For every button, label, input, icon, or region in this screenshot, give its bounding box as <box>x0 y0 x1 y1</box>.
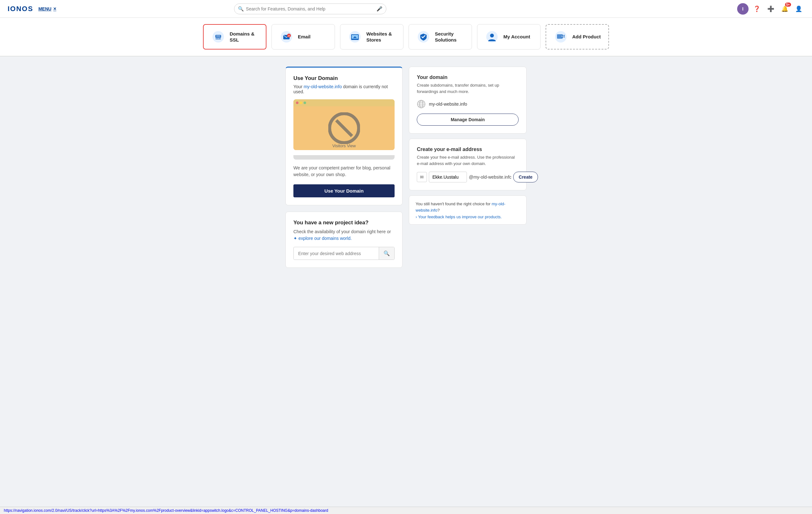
svg-rect-2 <box>216 35 221 36</box>
feedback-text: You still haven't found the right choice… <box>415 201 520 213</box>
nav-card-security[interactable]: Security Solutions <box>409 24 472 50</box>
globe-icon <box>417 99 426 109</box>
notifications-button[interactable]: 🔔 5+ <box>779 3 790 15</box>
visitors-label: Visitors View <box>332 143 356 148</box>
your-domain-title: Your domain <box>417 75 519 80</box>
project-idea-description: Check the availability of your domain ri… <box>293 228 395 242</box>
avatar[interactable]: I <box>737 3 749 15</box>
project-idea-title: You have a new project idea? <box>293 220 395 226</box>
header: IONOS MENU × 🔍 🎤 I ❓ ➕ 🔔 5+ 👤 <box>0 0 812 18</box>
create-email-title: Create your e-mail address <box>417 147 519 152</box>
use-domain-subtitle: Your my-old-website.info domain is curre… <box>293 84 395 94</box>
mic-icon[interactable]: 🎤 <box>377 6 382 12</box>
use-your-domain-card: Use Your Domain Your my-old-website.info… <box>286 67 403 205</box>
left-column: Use Your Domain Your my-old-website.info… <box>286 67 403 268</box>
use-domain-button[interactable]: Use Your Domain <box>293 184 395 197</box>
svg-text:WWW: WWW <box>215 37 222 40</box>
my-account-icon <box>485 30 499 44</box>
help-button[interactable]: ❓ <box>751 3 762 15</box>
email-username-input[interactable] <box>429 172 467 182</box>
email-icon: @ <box>280 30 293 44</box>
domains-ssl-label: Domains & SSL <box>230 31 258 43</box>
feedback-card: You still haven't found the right choice… <box>409 195 526 225</box>
security-label: Security Solutions <box>435 31 464 43</box>
feedback-link[interactable]: › Your feedback helps us improve our pro… <box>415 215 520 219</box>
websites-icon <box>348 30 362 44</box>
explore-link[interactable]: ✦ explore our domains world. <box>293 236 352 241</box>
project-idea-card: You have a new project idea? Check the a… <box>286 211 403 268</box>
header-actions: I ❓ ➕ 🔔 5+ 👤 <box>737 3 804 15</box>
email-domain-suffix: @my-old-website.infc <box>469 174 511 179</box>
nav-card-email[interactable]: @ Email <box>271 24 335 50</box>
domain-name: my-old-website.info <box>429 102 467 107</box>
create-email-button[interactable]: Create <box>513 172 538 182</box>
nav-card-websites[interactable]: Websites & Stores <box>340 24 403 50</box>
your-domain-card: Your domain Create subdomains, transfer … <box>409 67 526 134</box>
add-button[interactable]: ➕ <box>765 3 777 15</box>
domain-preview: Visitors View <box>293 99 395 150</box>
use-domain-description: We are your competent partner for blog, … <box>293 165 395 178</box>
domain-link[interactable]: my-old-website.info <box>303 84 342 89</box>
domains-ssl-icon: WWW <box>211 30 225 44</box>
svg-text:@: @ <box>288 35 290 37</box>
logo[interactable]: IONOS <box>8 5 33 13</box>
user-menu-button[interactable]: 👤 <box>793 3 804 15</box>
nav-card-my-account[interactable]: My Account <box>477 24 541 50</box>
close-icon: × <box>53 6 56 12</box>
nav-menu: WWW Domains & SSL @ Email We <box>0 18 812 56</box>
domain-search-input[interactable] <box>294 248 379 259</box>
envelope-icon: ✉ <box>417 172 427 182</box>
add-product-icon <box>554 30 568 44</box>
your-domain-description: Create subdomains, transfer domains, set… <box>417 82 519 94</box>
websites-label: Websites & Stores <box>366 31 396 43</box>
nav-card-add-product[interactable]: Add Product <box>546 24 609 50</box>
create-email-description: Create your free e-mail address. Use the… <box>417 154 519 167</box>
svg-line-21 <box>336 120 352 136</box>
nav-card-domains-ssl[interactable]: WWW Domains & SSL <box>203 24 266 50</box>
notification-badge: 5+ <box>785 3 791 7</box>
no-entry-sign <box>328 112 360 144</box>
search-icon: 🔍 <box>238 6 244 12</box>
svg-point-14 <box>490 34 494 37</box>
domain-search-button[interactable]: 🔍 <box>379 247 394 260</box>
menu-button[interactable]: MENU × <box>38 6 56 12</box>
svg-rect-16 <box>557 34 563 39</box>
email-label: Email <box>298 34 311 40</box>
right-column: Your domain Create subdomains, transfer … <box>409 67 526 268</box>
use-domain-title: Use Your Domain <box>293 75 395 82</box>
email-input-row: ✉ @my-old-website.infc Create <box>417 172 519 182</box>
domain-row: my-old-website.info <box>417 99 519 109</box>
security-icon <box>416 30 430 44</box>
add-product-label: Add Product <box>572 34 601 40</box>
create-email-card: Create your e-mail address Create your f… <box>409 139 526 190</box>
search-input[interactable] <box>234 3 386 14</box>
laptop-bar <box>293 155 395 160</box>
manage-domain-button[interactable]: Manage Domain <box>417 114 519 126</box>
search-bar: 🔍 🎤 <box>234 3 386 14</box>
domain-search-row: 🔍 <box>293 247 395 260</box>
main-content: Use Your Domain Your my-old-website.info… <box>279 67 533 268</box>
my-account-label: My Account <box>503 34 530 40</box>
